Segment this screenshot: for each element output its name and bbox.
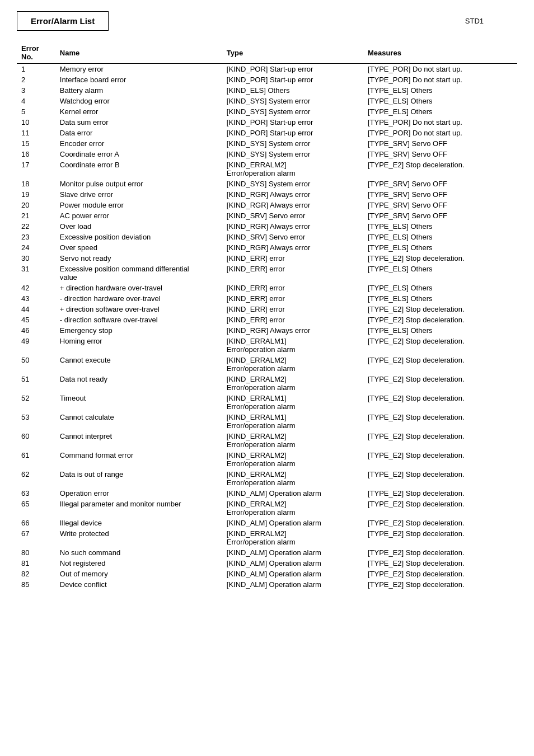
table-row: 46Emergency stop[KIND_RGR] Always error[… xyxy=(17,325,517,336)
cell-error-no: 85 xyxy=(17,579,55,590)
cell-measures: [TYPE_E2] Stop deceleration. xyxy=(363,579,517,590)
cell-name: Cannot calculate xyxy=(55,412,222,431)
cell-name: Memory error xyxy=(55,64,222,75)
cell-error-no: 53 xyxy=(17,412,55,431)
cell-error-no: 50 xyxy=(17,355,55,374)
cell-error-no: 66 xyxy=(17,518,55,528)
table-row: 52Timeout[KIND_ERRALM1] Error/operation … xyxy=(17,393,517,412)
cell-measures: [TYPE_E2] Stop deceleration. xyxy=(363,569,517,579)
cell-type: [KIND_ERR] error xyxy=(222,264,363,283)
cell-type: [KIND_ALM] Operation alarm xyxy=(222,547,363,558)
table-row: 44+ direction software over-travel[KIND_… xyxy=(17,304,517,314)
cell-name: Out of memory xyxy=(55,569,222,579)
table-row: 21AC power error[KIND_SRV] Servo error[T… xyxy=(17,210,517,221)
cell-error-no: 22 xyxy=(17,221,55,232)
table-row: 5Kernel error[KIND_SYS] System error[TYP… xyxy=(17,106,517,117)
cell-name: No such command xyxy=(55,547,222,558)
cell-measures: [TYPE_E2] Stop deceleration. xyxy=(363,374,517,393)
table-row: 65Illegal parameter and monitor number[K… xyxy=(17,499,517,518)
table-row: 43- direction hardware over-travel[KIND_… xyxy=(17,293,517,304)
cell-type: [KIND_SYS] System error xyxy=(222,138,363,149)
table-row: 81Not registered[KIND_ALM] Operation ala… xyxy=(17,558,517,569)
cell-name: Illegal device xyxy=(55,518,222,528)
cell-error-no: 11 xyxy=(17,128,55,138)
table-row: 24Over speed[KIND_RGR] Always error[TYPE… xyxy=(17,242,517,253)
table-row: 60Cannot interpret[KIND_ERRALM2] Error/o… xyxy=(17,431,517,450)
cell-type: [KIND_POR] Start-up error xyxy=(222,74,363,85)
cell-measures: [TYPE_POR] Do not start up. xyxy=(363,64,517,75)
cell-error-no: 81 xyxy=(17,558,55,569)
table-row: 42+ direction hardware over-travel[KIND_… xyxy=(17,283,517,293)
cell-name: - direction hardware over-travel xyxy=(55,293,222,304)
table-row: 31Excessive position command differentia… xyxy=(17,264,517,283)
cell-measures: [TYPE_ELS] Others xyxy=(363,96,517,106)
cell-name: Coordinate error A xyxy=(55,149,222,159)
cell-name: Over speed xyxy=(55,242,222,253)
cell-type: [KIND_ERRALM2] Error/operation alarm xyxy=(222,355,363,374)
cell-measures: [TYPE_SRV] Servo OFF xyxy=(363,189,517,200)
cell-error-no: 63 xyxy=(17,488,55,499)
cell-name: Data sum error xyxy=(55,117,222,128)
cell-name: Kernel error xyxy=(55,106,222,117)
cell-error-no: 65 xyxy=(17,499,55,518)
cell-type: [KIND_SRV] Servo error xyxy=(222,210,363,221)
cell-measures: [TYPE_E2] Stop deceleration. xyxy=(363,336,517,355)
cell-measures: [TYPE_E2] Stop deceleration. xyxy=(363,469,517,488)
cell-type: [KIND_SYS] System error xyxy=(222,106,363,117)
cell-name: Emergency stop xyxy=(55,325,222,336)
cell-error-no: 17 xyxy=(17,159,55,179)
cell-measures: [TYPE_SRV] Servo OFF xyxy=(363,210,517,221)
cell-name: Slave drive error xyxy=(55,189,222,200)
cell-measures: [TYPE_E2] Stop deceleration. xyxy=(363,431,517,450)
table-row: 10Data sum error[KIND_POR] Start-up erro… xyxy=(17,117,517,128)
col-measures: Measures xyxy=(363,42,517,64)
cell-error-no: 46 xyxy=(17,325,55,336)
cell-name: Not registered xyxy=(55,558,222,569)
cell-name: + direction hardware over-travel xyxy=(55,283,222,293)
cell-name: Servo not ready xyxy=(55,253,222,264)
cell-type: [KIND_ALM] Operation alarm xyxy=(222,579,363,590)
cell-type: [KIND_ALM] Operation alarm xyxy=(222,558,363,569)
col-error-no: Error No. xyxy=(17,42,55,64)
table-row: 16Coordinate error A[KIND_SYS] System er… xyxy=(17,149,517,159)
cell-measures: [TYPE_ELS] Others xyxy=(363,293,517,304)
cell-measures: [TYPE_E2] Stop deceleration. xyxy=(363,393,517,412)
table-row: 19Slave drive error[KIND_RGR] Always err… xyxy=(17,189,517,200)
cell-error-no: 82 xyxy=(17,569,55,579)
cell-error-no: 21 xyxy=(17,210,55,221)
cell-type: [KIND_RGR] Always error xyxy=(222,200,363,210)
cell-measures: [TYPE_ELS] Others xyxy=(363,283,517,293)
cell-error-no: 30 xyxy=(17,253,55,264)
cell-error-no: 15 xyxy=(17,138,55,149)
table-row: 82Out of memory[KIND_ALM] Operation alar… xyxy=(17,569,517,579)
table-row: 63Operation error[KIND_ALM] Operation al… xyxy=(17,488,517,499)
cell-type: [KIND_ERRALM2] Error/operation alarm xyxy=(222,499,363,518)
table-row: 15Encoder error[KIND_SYS] System error[T… xyxy=(17,138,517,149)
cell-error-no: 18 xyxy=(17,179,55,189)
table-row: 11Data error[KIND_POR] Start-up error[TY… xyxy=(17,128,517,138)
cell-name: Write protected xyxy=(55,528,222,547)
cell-name: Monitor pulse output error xyxy=(55,179,222,189)
cell-name: Operation error xyxy=(55,488,222,499)
cell-name: - direction software over-travel xyxy=(55,314,222,325)
cell-error-no: 31 xyxy=(17,264,55,283)
cell-name: Data is out of range xyxy=(55,469,222,488)
col-name: Name xyxy=(55,42,222,64)
cell-type: [KIND_ERRALM2] Error/operation alarm xyxy=(222,159,363,179)
cell-error-no: 3 xyxy=(17,85,55,96)
cell-error-no: 4 xyxy=(17,96,55,106)
table-row: 66Illegal device[KIND_ALM] Operation ala… xyxy=(17,518,517,528)
cell-measures: [TYPE_E2] Stop deceleration. xyxy=(363,547,517,558)
cell-error-no: 24 xyxy=(17,242,55,253)
cell-error-no: 20 xyxy=(17,200,55,210)
cell-error-no: 23 xyxy=(17,232,55,242)
cell-error-no: 43 xyxy=(17,293,55,304)
cell-type: [KIND_RGR] Always error xyxy=(222,325,363,336)
cell-type: [KIND_SRV] Servo error xyxy=(222,232,363,242)
cell-name: Cannot interpret xyxy=(55,431,222,450)
cell-measures: [TYPE_E2] Stop deceleration. xyxy=(363,450,517,469)
table-row: 45- direction software over-travel[KIND_… xyxy=(17,314,517,325)
cell-error-no: 62 xyxy=(17,469,55,488)
cell-error-no: 49 xyxy=(17,336,55,355)
cell-type: [KIND_RGR] Always error xyxy=(222,242,363,253)
